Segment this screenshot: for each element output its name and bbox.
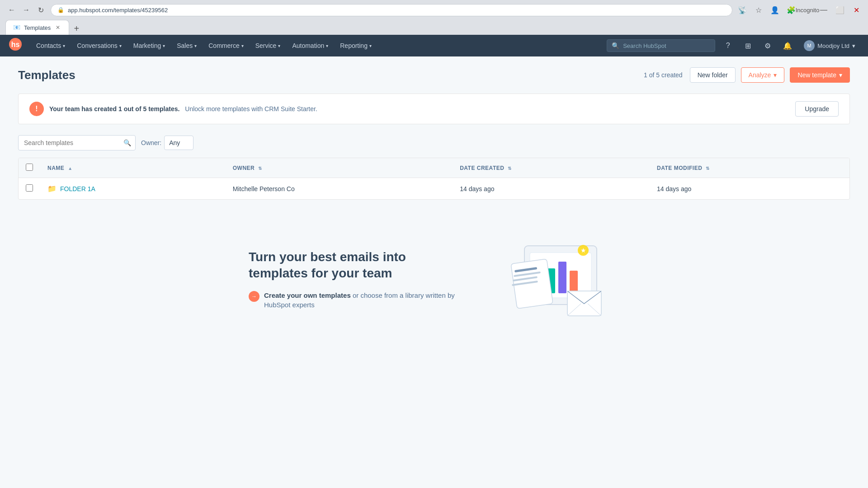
cast-icon[interactable]: 📡: [736, 4, 749, 16]
chevron-down-icon: ▾: [369, 43, 372, 48]
nav-item-reporting[interactable]: Reporting ▾: [335, 35, 377, 56]
chevron-down-icon: ▾: [774, 71, 777, 79]
new-tab-button[interactable]: +: [70, 22, 83, 35]
col-owner[interactable]: OWNER ⇅: [226, 158, 453, 178]
back-button[interactable]: ←: [5, 4, 18, 16]
svg-text:★: ★: [580, 247, 586, 254]
tab-close-button[interactable]: ✕: [54, 24, 61, 31]
browser-actions: 📡 ☆ 👤 🧩 Incognito — ⬜ ✕: [736, 4, 863, 16]
nav-item-automation[interactable]: Automation ▾: [287, 35, 334, 56]
user-menu-chevron: ▾: [852, 42, 855, 49]
cta-title: Turn your best emails into templates for…: [249, 249, 457, 282]
cta-section: Turn your best emails into templates for…: [0, 211, 868, 353]
sort-icon: ⇅: [706, 166, 710, 171]
created-count: 1 of 5 created: [644, 71, 683, 79]
bookmark-icon[interactable]: ☆: [752, 4, 765, 16]
nav-item-conversations[interactable]: Conversations ▾: [71, 35, 127, 56]
minimize-button[interactable]: —: [817, 4, 830, 16]
tab-favicon: 📧: [13, 24, 20, 31]
nav-links: Contacts ▾ Conversations ▾ Marketing ▾ S…: [31, 35, 607, 56]
row-date-created-cell: 14 days ago: [453, 178, 650, 200]
settings-icon[interactable]: ⚙: [760, 38, 775, 53]
chevron-down-icon: ▾: [163, 43, 165, 48]
svg-rect-6: [558, 262, 566, 293]
user-avatar: M: [804, 40, 815, 51]
col-date-modified[interactable]: DATE MODIFIED ⇅: [650, 158, 849, 178]
select-all-cell: [19, 158, 40, 178]
alert-icon: !: [29, 102, 44, 116]
alert-sub-text: Unlock more templates with CRM Suite Sta…: [185, 105, 317, 113]
select-all-checkbox[interactable]: [26, 164, 33, 171]
hubspot-app: hs Contacts ▾ Conversations ▾ Marketing …: [0, 35, 868, 488]
templates-table: NAME ▲ OWNER ⇅ DATE CREATED ⇅ DATE MOD: [19, 158, 849, 199]
header-actions: 1 of 5 created New folder Analyze ▾ New …: [644, 67, 850, 83]
incognito-icon[interactable]: Incognito: [801, 4, 814, 16]
row-name-cell: 📁 FOLDER 1A: [40, 178, 226, 200]
owner-label: Owner:: [141, 139, 161, 146]
page-header: Templates 1 of 5 created New folder Anal…: [18, 67, 850, 83]
table-header-row: NAME ▲ OWNER ⇅ DATE CREATED ⇅ DATE MOD: [19, 158, 849, 178]
row-checkbox[interactable]: [26, 184, 33, 192]
new-template-button[interactable]: New template ▾: [790, 67, 850, 83]
cta-item-text: Create your own templates or choose from…: [264, 291, 457, 310]
forward-button[interactable]: →: [20, 4, 33, 16]
alert-main-text: Your team has created 1 out of 5 templat…: [49, 105, 179, 113]
maximize-button[interactable]: ⬜: [834, 4, 846, 16]
folder-icon: 📁: [47, 184, 57, 193]
cta-item-icon: →: [249, 291, 259, 302]
user-menu[interactable]: M Moodjoy Ltd ▾: [800, 38, 859, 53]
nav-item-marketing[interactable]: Marketing ▾: [128, 35, 170, 56]
nav-item-commerce[interactable]: Commerce ▾: [203, 35, 249, 56]
help-icon[interactable]: ?: [721, 38, 735, 53]
browser-nav-buttons: ← → ↻: [5, 4, 47, 16]
table-header: NAME ▲ OWNER ⇅ DATE CREATED ⇅ DATE MOD: [19, 158, 849, 178]
search-templates-input[interactable]: [18, 135, 136, 150]
search-icon: 🔍: [612, 42, 619, 49]
lock-icon: 🔒: [57, 7, 64, 13]
nav-item-sales[interactable]: Sales ▾: [171, 35, 202, 56]
owner-filter: Owner: Any Me: [141, 136, 193, 150]
refresh-button[interactable]: ↻: [34, 4, 47, 16]
svg-rect-7: [570, 271, 578, 293]
analyze-button[interactable]: Analyze ▾: [741, 67, 785, 83]
cta-item: → Create your own templates or choose fr…: [249, 291, 457, 310]
folder-link[interactable]: 📁 FOLDER 1A: [47, 184, 218, 193]
svg-text:hs: hs: [11, 41, 20, 48]
browser-tabs: 📧 Templates ✕ +: [5, 20, 863, 35]
sort-icon: ▲: [68, 166, 72, 171]
profile-icon[interactable]: 👤: [769, 4, 781, 16]
browser-chrome: ← → ↻ 🔒 app.hubspot.com/templates/452395…: [0, 0, 868, 35]
owner-select[interactable]: Any Me: [164, 136, 193, 150]
search-templates-wrapper: 🔍: [18, 135, 136, 150]
tab-title: Templates: [24, 24, 51, 31]
hubspot-logo[interactable]: hs: [9, 38, 22, 53]
col-name[interactable]: NAME ▲: [40, 158, 226, 178]
address-bar[interactable]: 🔒 app.hubspot.com/templates/45239562: [51, 4, 732, 16]
close-button[interactable]: ✕: [850, 4, 863, 16]
nav-item-contacts[interactable]: Contacts ▾: [31, 35, 71, 56]
chevron-down-icon: ▾: [119, 43, 122, 48]
nav-item-service[interactable]: Service ▾: [250, 35, 286, 56]
col-date-created[interactable]: DATE CREATED ⇅: [453, 158, 650, 178]
notifications-icon[interactable]: 🔔: [780, 38, 795, 53]
chevron-down-icon: ▾: [278, 43, 280, 48]
search-icon: 🔍: [123, 139, 131, 146]
active-tab[interactable]: 📧 Templates ✕: [5, 20, 69, 35]
cta-content: Turn your best emails into templates for…: [249, 249, 457, 315]
new-folder-button[interactable]: New folder: [690, 67, 736, 83]
global-search-input[interactable]: [623, 42, 710, 49]
alert-text: Your team has created 1 out of 5 templat…: [49, 105, 317, 113]
sort-icon: ⇅: [258, 166, 262, 171]
page-content: Templates 1 of 5 created New folder Anal…: [0, 56, 868, 211]
address-text: app.hubspot.com/templates/45239562: [68, 7, 168, 14]
alert-content: ! Your team has created 1 out of 5 templ…: [29, 102, 317, 116]
row-date-modified-cell: 14 days ago: [650, 178, 849, 200]
marketplace-icon[interactable]: ⊞: [741, 38, 755, 53]
global-search-bar[interactable]: 🔍: [607, 39, 715, 52]
page-title: Templates: [18, 68, 75, 82]
upgrade-button[interactable]: Upgrade: [795, 101, 839, 117]
chevron-down-icon: ▾: [839, 71, 842, 79]
alert-banner: ! Your team has created 1 out of 5 templ…: [18, 94, 850, 124]
chevron-down-icon: ▾: [63, 43, 65, 48]
user-name: Moodjoy Ltd: [817, 42, 849, 49]
